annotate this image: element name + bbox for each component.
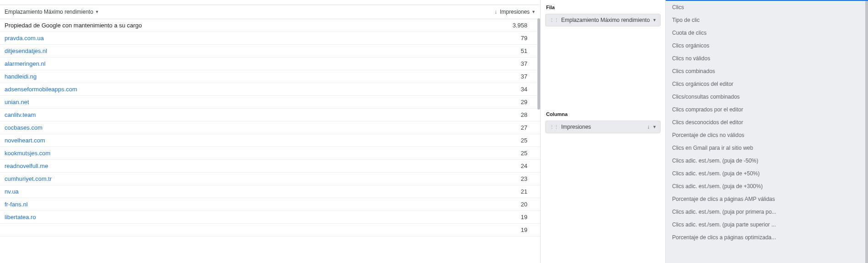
impressions-value: 34: [472, 86, 536, 93]
placement-link[interactable]: pravda.com.ua: [5, 35, 472, 42]
impressions-value: 37: [472, 73, 536, 80]
placement-link[interactable]: ditjesendatjes.nl: [5, 47, 472, 54]
placement-link[interactable]: fr-fans.nl: [5, 201, 472, 208]
column-metric-chip-label: Impresiones: [561, 124, 644, 130]
drag-handle-icon: ⋮⋮: [549, 124, 558, 130]
metrics-picker-panel: ClicsTipo de clicCuota de clicsClics org…: [666, 0, 868, 263]
chevron-down-icon: ▼: [95, 10, 99, 14]
impressions-value: 51: [472, 47, 536, 54]
table-row: cumhuriyet.com.tr23: [0, 173, 540, 185]
table-row: readnovelfull.me24: [0, 160, 540, 173]
column-header-impressions-label: Impresiones: [500, 9, 530, 15]
row-dimension-chip[interactable]: ⋮⋮ Emplazamiento Máximo rendimiento ▼: [545, 14, 661, 26]
metric-option[interactable]: Clics adic. est./sem. (puja de +50%): [666, 167, 868, 180]
metric-option[interactable]: Porcentaje de clics a páginas AMP válida…: [666, 193, 868, 205]
placements-table: Emplazamiento Máximo rendimiento ▼ ↓ Imp…: [0, 5, 540, 263]
table-row: adsenseformobileapps.com34: [0, 83, 540, 96]
row-section-title: Fila: [541, 0, 665, 14]
metric-option[interactable]: Porcentaje de clics a páginas optimizada…: [666, 231, 868, 244]
placement-text: Propiedad de Google con mantenimiento a …: [5, 22, 472, 29]
metric-option[interactable]: Clics: [666, 1, 868, 14]
impressions-value: 3.958: [472, 22, 536, 29]
metric-option[interactable]: Cuota de clics: [666, 26, 868, 39]
sidebar-spacer: [541, 29, 665, 107]
impressions-value: 24: [472, 163, 536, 169]
impressions-value: 19: [472, 226, 536, 233]
metric-option[interactable]: Clics adic. est./sem. (puja de -50%): [666, 154, 868, 167]
impressions-value: 37: [472, 60, 536, 67]
impressions-value: 25: [472, 137, 536, 144]
table-row: nv.ua21: [0, 185, 540, 198]
impressions-value: 29: [472, 99, 536, 105]
drag-handle-icon: ⋮⋮: [549, 17, 558, 23]
metric-option[interactable]: Clics combinados: [666, 65, 868, 78]
table-row: Propiedad de Google con mantenimiento a …: [0, 19, 540, 32]
column-metric-chip[interactable]: ⋮⋮ Impresiones ↓ ▼: [545, 121, 661, 133]
column-header-placement-label: Emplazamiento Máximo rendimiento: [5, 9, 93, 15]
chevron-down-icon: ▼: [652, 18, 657, 22]
table-row: alarmeringen.nl37: [0, 58, 540, 70]
impressions-value: 27: [472, 124, 536, 131]
metric-option[interactable]: Tipo de clic: [666, 14, 868, 26]
metric-option[interactable]: Clics adic. est./sem. (puja de +300%): [666, 180, 868, 193]
main-report-panel: Emplazamiento Máximo rendimiento ▼ ↓ Imp…: [0, 0, 541, 263]
metric-option[interactable]: Porcentaje de clics no válidos: [666, 129, 868, 142]
impressions-value: 28: [472, 111, 536, 118]
table-body: Propiedad de Google con mantenimiento a …: [0, 19, 540, 237]
placement-link[interactable]: alarmeringen.nl: [5, 60, 472, 67]
table-row: 19: [0, 224, 540, 237]
impressions-value: 79: [472, 35, 536, 42]
metric-option[interactable]: Clics orgánicos del editor: [666, 78, 868, 90]
metric-option[interactable]: Clics desconocidos del editor: [666, 116, 868, 129]
metric-option[interactable]: Clics adic. est./sem. (puja parte superi…: [666, 218, 868, 231]
placement-link[interactable]: cumhuriyet.com.tr: [5, 175, 472, 182]
metric-option[interactable]: Clics en Gmail para ir al sitio web: [666, 142, 868, 154]
table-row: pravda.com.ua79: [0, 32, 540, 45]
chevron-down-icon: ▼: [652, 125, 657, 129]
placement-link[interactable]: unian.net: [5, 99, 472, 105]
placement-link[interactable]: readnovelfull.me: [5, 163, 472, 169]
column-section-title: Columna: [541, 107, 665, 121]
impressions-value: 21: [472, 188, 536, 195]
editor-sidebar: Fila ⋮⋮ Emplazamiento Máximo rendimiento…: [541, 0, 666, 263]
placement-link[interactable]: adsenseformobileapps.com: [5, 86, 472, 93]
column-header-placement[interactable]: Emplazamiento Máximo rendimiento ▼: [0, 5, 476, 19]
table-row: novelheart.com25: [0, 134, 540, 147]
table-row: kookmutsjes.com25: [0, 147, 540, 160]
toolbar-spacer: [0, 0, 540, 5]
table-row: cocbases.com27: [0, 121, 540, 134]
placement-link[interactable]: libertatea.ro: [5, 214, 472, 221]
column-header-impressions[interactable]: ↓ Impresiones ▼: [476, 5, 540, 19]
placement-link[interactable]: canlitv.team: [5, 111, 472, 118]
metric-option[interactable]: Clics orgánicos: [666, 39, 868, 52]
metric-option[interactable]: Clics adic. est./sem. (puja por primera …: [666, 205, 868, 218]
metric-option[interactable]: Clics/consultas combinados: [666, 90, 868, 103]
impressions-value: 25: [472, 150, 536, 157]
scrollbar-thumb[interactable]: [537, 18, 540, 110]
table-header-row: Emplazamiento Máximo rendimiento ▼ ↓ Imp…: [0, 5, 540, 19]
table-row: fr-fans.nl20: [0, 198, 540, 211]
chevron-down-icon: ▼: [531, 10, 536, 14]
table-row: handleidi.ng37: [0, 70, 540, 83]
metric-option[interactable]: Clics no válidos: [666, 52, 868, 65]
metric-option[interactable]: Clics comprados por el editor: [666, 103, 868, 116]
impressions-value: 23: [472, 175, 536, 182]
table-row: ditjesendatjes.nl51: [0, 45, 540, 58]
placement-link[interactable]: kookmutsjes.com: [5, 150, 472, 157]
row-dimension-chip-label: Emplazamiento Máximo rendimiento: [561, 17, 650, 23]
placement-link[interactable]: cocbases.com: [5, 124, 472, 131]
placement-link[interactable]: novelheart.com: [5, 137, 472, 144]
placement-link[interactable]: handleidi.ng: [5, 73, 472, 80]
impressions-value: 20: [472, 201, 536, 208]
placement-link[interactable]: nv.ua: [5, 188, 472, 195]
sort-down-icon: ↓: [494, 9, 497, 15]
table-row: canlitv.team28: [0, 109, 540, 121]
table-row: unian.net29: [0, 96, 540, 109]
impressions-value: 19: [472, 214, 536, 221]
table-row: libertatea.ro19: [0, 211, 540, 224]
sort-down-icon: ↓: [647, 124, 650, 130]
